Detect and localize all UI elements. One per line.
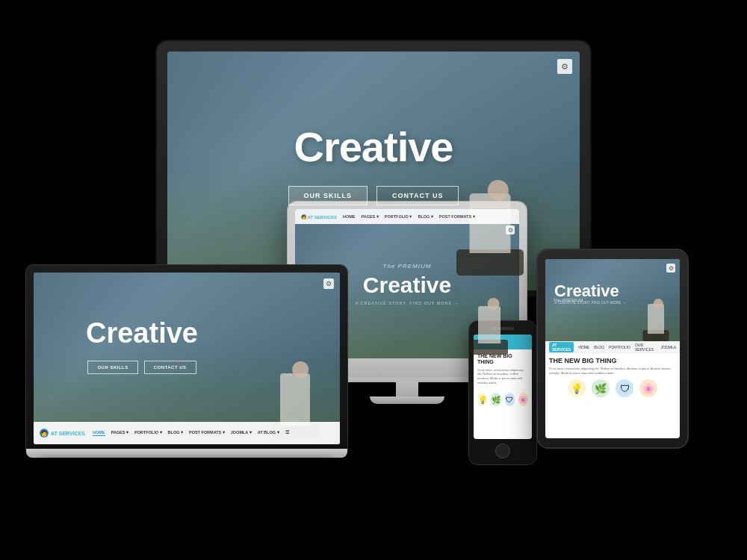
imac-outer: 🧑 AT SERVICES HOME PAGES ▾ PORTFOLIO ▾ B… <box>288 202 527 382</box>
imac-nav-pages[interactable]: PAGES ▾ <box>361 214 378 219</box>
tablet-nav-portfolio[interactable]: PORTFOLIO <box>609 345 630 349</box>
imac-nav-portfolio[interactable]: PORTFOLIO ▾ <box>385 214 412 219</box>
tablet-nav-blog[interactable]: BLOG <box>594 345 604 349</box>
laptop-skills-btn[interactable]: OUR SKILLS <box>87 361 137 374</box>
imac-premium-label: The PREMIUM <box>383 263 432 270</box>
laptop-contact-btn[interactable]: CONTACT US <box>144 361 196 374</box>
imac-stand-foot <box>370 396 444 404</box>
desktop-hero-text: Creative <box>294 122 453 171</box>
imac-nav-bar: 🧑 AT SERVICES HOME PAGES ▾ PORTFOLIO ▾ B… <box>295 209 519 224</box>
tablet-screen: ⚙ The PREMIUM Creative A CREATIVE STORY,… <box>545 259 680 438</box>
tablet-outer: ⚙ The PREMIUM Creative A CREATIVE STORY,… <box>538 250 687 447</box>
tablet-nav-bar: AT SERVICES HOME BLOG PORTFOLIO OUR SERV… <box>545 341 680 353</box>
tablet-icon-bulb: 💡 <box>568 379 586 397</box>
phone-icon-shield: 🛡 <box>505 393 515 406</box>
tablet-hero-sub: A CREATIVE STORY, FIND OUT MORE → <box>554 300 626 305</box>
laptop-logo-icon: 🧑 <box>40 429 49 438</box>
tablet-icon-shield: 🛡 <box>616 379 633 397</box>
tablet-icon-flower: 🌸 <box>639 379 657 397</box>
imac-hero-sub: A CREATIVE STORY, FIND OUT MORE → <box>356 301 459 305</box>
laptop-nav-home[interactable]: HOME <box>93 430 105 436</box>
tablet-nav-services[interactable]: OUR SERVICES <box>635 343 657 352</box>
laptop-logo-text: AT SERVICES <box>51 431 85 436</box>
tablet-body-section: THE NEW BIG THING Si vis amet consectetu… <box>545 353 680 401</box>
laptop-nav-blog[interactable]: BLOG ▾ <box>168 430 183 436</box>
tablet-person-image <box>635 281 676 341</box>
phone-body-text: Si vis amet, consectetur adipiscing elit… <box>477 368 528 385</box>
laptop-logo: 🧑 AT SERVICES <box>40 429 85 438</box>
tablet-nav-home[interactable]: HOME <box>578 345 589 349</box>
laptop-nav-items: HOME PAGES ▾ PORTFOLIO ▾ BLOG ▾ POST FOR… <box>93 430 289 436</box>
phone-icon-plant: 🌿 <box>491 393 500 406</box>
laptop-nav-portfolio[interactable]: PORTFOLIO ▾ <box>134 430 162 436</box>
laptop-gear-icon[interactable]: ⚙ <box>323 279 334 289</box>
laptop-buttons: OUR SKILLS CONTACT US <box>87 361 196 374</box>
imac-stand-neck <box>396 382 418 396</box>
laptop-nav-at-blog[interactable]: AT BLOG ▾ <box>258 430 279 436</box>
laptop-shadow <box>41 458 332 462</box>
laptop-nav-post[interactable]: POST FORMATS ▾ <box>189 430 225 436</box>
desktop-buttons: OUR SKILLS CONTACT US <box>288 186 459 205</box>
tablet-hero: ⚙ The PREMIUM Creative A CREATIVE STORY,… <box>545 259 680 341</box>
phone-home-button[interactable] <box>495 444 510 458</box>
imac-logo: 🧑 AT SERVICES <box>301 214 337 220</box>
tablet-body-text: Si vis amet consectetur adipiscing elit.… <box>549 367 676 376</box>
tablet-section-title: THE NEW BIG THING <box>549 357 676 364</box>
tablet-hero-title: Creative <box>554 281 619 301</box>
laptop-nav-pages[interactable]: PAGES ▾ <box>111 430 128 436</box>
desktop-skills-btn[interactable]: OUR SKILLS <box>288 186 368 205</box>
tablet-nav-joomla[interactable]: JOOMLA <box>660 345 676 349</box>
desktop-contact-btn[interactable]: CONTACT US <box>376 186 459 205</box>
imac-nav-home[interactable]: HOME <box>343 214 356 219</box>
laptop-nav-joomla[interactable]: JOOMLA ▾ <box>231 430 252 436</box>
tablet-device: ⚙ The PREMIUM Creative A CREATIVE STORY,… <box>538 250 687 447</box>
tablet-gear-icon[interactable]: ⚙ <box>666 264 675 273</box>
laptop-base <box>26 449 347 458</box>
laptop-screen: ⚙ Creative OUR SKILLS CONTACT US <box>34 273 340 444</box>
imac-nav-post[interactable]: POST FORMATS ▾ <box>439 214 475 219</box>
imac-nav-blog[interactable]: BLOG ▾ <box>418 214 433 219</box>
phone-icons-row: 💡 🌿 🛡 🌸 <box>474 393 532 406</box>
tablet-icon-plant: 🌿 <box>592 379 610 397</box>
tablet-icons-row: 💡 🌿 🛡 🌸 <box>549 379 676 397</box>
laptop-footer-nav: 🧑 AT SERVICES HOME PAGES ▾ PORTFOLIO ▾ B… <box>34 422 340 444</box>
scene: ⚙ Creative OUR SKILLS CONTACT US 🧑 <box>0 0 747 560</box>
laptop-nav-hamburger[interactable]: ☰ <box>285 430 289 436</box>
phone-icon-bulb: 💡 <box>477 393 487 406</box>
imac-hero-text: Creative <box>363 273 451 298</box>
laptop-hero-text: Creative <box>86 317 198 349</box>
tablet-services-label: AT SERVICES <box>549 342 574 352</box>
phone-icon-flower: 🌸 <box>518 393 528 406</box>
